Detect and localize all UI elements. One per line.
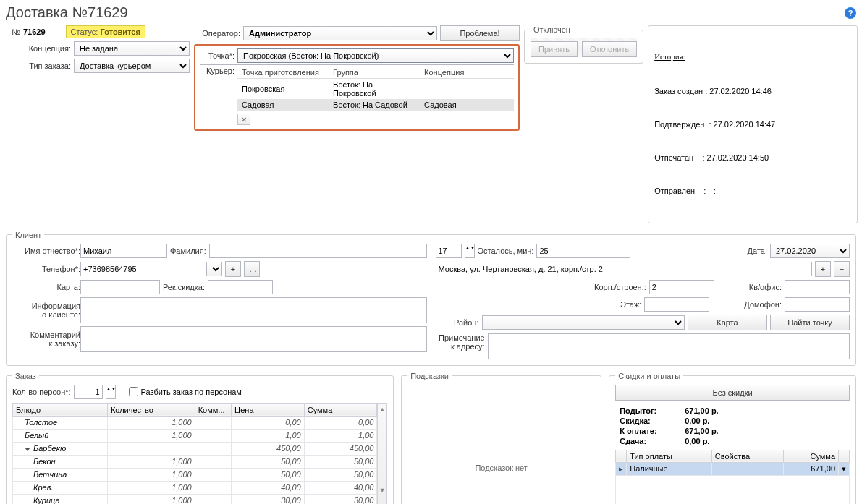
surname-input[interactable] (209, 244, 427, 258)
korp-label: Корп./строен.: (594, 283, 646, 291)
flat-label: Кв/офис: (749, 283, 782, 291)
district-select[interactable] (482, 315, 685, 330)
floor-input[interactable] (644, 297, 709, 312)
order-item-row[interactable]: Ветчина1,00050,0050,00 (13, 468, 377, 481)
operator-select[interactable]: Администратор (243, 26, 437, 40)
split-checkbox[interactable]: Разбить заказ по персонам (129, 387, 242, 396)
client-info-textarea[interactable] (80, 297, 427, 323)
order-comment-textarea[interactable] (80, 326, 427, 352)
phone-more-button[interactable]: … (244, 261, 260, 277)
order-item-row[interactable]: Толстое1,0000,000,00 (13, 416, 377, 429)
district-label: Район: (436, 318, 479, 327)
reject-button: Отклонить (582, 41, 637, 57)
flat-input[interactable] (785, 280, 850, 294)
order-item-row[interactable]: Белый1,0001,001,00 (13, 429, 377, 442)
payments-table[interactable]: Тип оплатыСвойстваСумма ▸Наличные671,00▾ (615, 450, 850, 504)
duration-input[interactable] (436, 244, 462, 258)
phone-input[interactable] (80, 262, 203, 276)
rec-discount-label: Рек.скидка: (163, 283, 205, 291)
client-fieldset: Клиент Имя отчество*: Фамилия: Телефон*:… (6, 231, 856, 366)
close-popup-icon[interactable]: ✕ (237, 114, 250, 125)
point-option-row[interactable]: ПокровскаяВосток: На Покровской (237, 79, 514, 100)
no-discount-button[interactable]: Без скидки (615, 385, 850, 401)
korp-input[interactable] (649, 280, 714, 294)
point-options-table[interactable]: Точка приготовления Группа Концепция Пок… (237, 67, 514, 111)
point-select[interactable]: Покровская (Восток: На Покровской) (237, 48, 514, 63)
find-point-button[interactable]: Найти точку (770, 315, 850, 330)
card-label: Карта: (12, 283, 80, 291)
intercom-input[interactable] (785, 297, 850, 312)
info-label: Информацияо клиенте: (12, 302, 80, 319)
hints-fieldset: Подсказки Подсказок нет Комбо (401, 372, 601, 504)
point-dropdown-popup: Точка*: Покровская (Восток: На Покровско… (194, 44, 520, 131)
order-fieldset: Заказ Кол-во персон*: ▲▼ Разбить заказ п… (6, 372, 394, 504)
addr-note-label: Примечаниек адресу: (436, 333, 485, 351)
operator-label: Оператор: (194, 29, 240, 38)
history-box: История: Заказ создан : 27.02.2020 14:46… (648, 25, 858, 223)
status-badge: Статус: Готовится (66, 25, 145, 38)
floor-label: Этаж: (620, 300, 641, 309)
date-label: Дата: (748, 247, 767, 255)
help-icon[interactable]: ? (845, 7, 856, 19)
order-number: 71629 (23, 27, 46, 36)
comment-label: Комментарийк заказу: (12, 330, 80, 348)
name-label: Имя отчество*: (12, 247, 80, 255)
discounts-fieldset: Скидки и оплаты Без скидки Подытог:671,0… (609, 372, 856, 504)
map-button[interactable]: Карта (688, 315, 767, 330)
concept-label: Концепция: (6, 44, 71, 53)
address-add-button[interactable]: + (815, 261, 831, 277)
spinner-icon[interactable]: ▲▼ (465, 244, 475, 258)
order-items-table[interactable]: Блюдо Количество Комм... Цена Сумма Толс… (12, 403, 377, 504)
rec-discount-input[interactable] (208, 280, 273, 294)
problem-button[interactable]: Проблема! (440, 25, 520, 41)
order-item-row[interactable]: Крев...1,00040,0040,00 (13, 481, 377, 494)
surname-label: Фамилия: (170, 247, 206, 255)
scrollbar[interactable]: ▲▼ (377, 403, 387, 504)
chevron-down-icon[interactable]: ▾ (839, 462, 850, 475)
address-input[interactable] (436, 262, 813, 276)
order-number-label: № (6, 27, 20, 36)
concept-select[interactable]: Не задана (74, 41, 190, 56)
card-input[interactable] (80, 280, 160, 294)
accept-button: Принять (531, 41, 578, 57)
address-note-textarea[interactable] (488, 333, 850, 359)
phone-label: Телефон*: (12, 265, 80, 273)
point-option-row[interactable]: СадоваяВосток: На СадовойСадовая (237, 99, 514, 111)
name-input[interactable] (80, 244, 167, 258)
date-select[interactable]: 27.02.2020 (770, 244, 850, 258)
order-type-label: Тип заказа: (6, 61, 71, 70)
disabled-fieldset: Отключен Принять Отклонить (524, 25, 643, 64)
persons-input[interactable] (74, 385, 103, 399)
courier-label: Курьер: (200, 67, 234, 75)
spinner-icon[interactable]: ▲▼ (106, 385, 116, 399)
order-item-row[interactable]: Барбекю450,00450,00 (13, 442, 377, 455)
payment-row[interactable]: ▸Наличные671,00▾ (616, 462, 850, 475)
phone-add-button[interactable]: + (225, 261, 241, 277)
point-label: Точка*: (200, 51, 234, 60)
persons-label: Кол-во персон*: (12, 388, 71, 396)
page-title: Доставка №71629 (6, 4, 128, 21)
remaining-label: Осталось, мин: (478, 247, 534, 255)
intercom-label: Домофон: (744, 300, 782, 309)
order-item-row[interactable]: Курица1,00030,0030,00 (13, 494, 377, 504)
remaining-input[interactable] (536, 244, 630, 258)
address-remove-button[interactable]: − (834, 261, 850, 277)
order-type-select[interactable]: Доставка курьером (74, 59, 190, 73)
phone-extra-select[interactable] (206, 262, 222, 276)
hints-empty: Подсказок нет (407, 385, 595, 504)
order-item-row[interactable]: Бекон1,00050,0050,00 (13, 455, 377, 468)
